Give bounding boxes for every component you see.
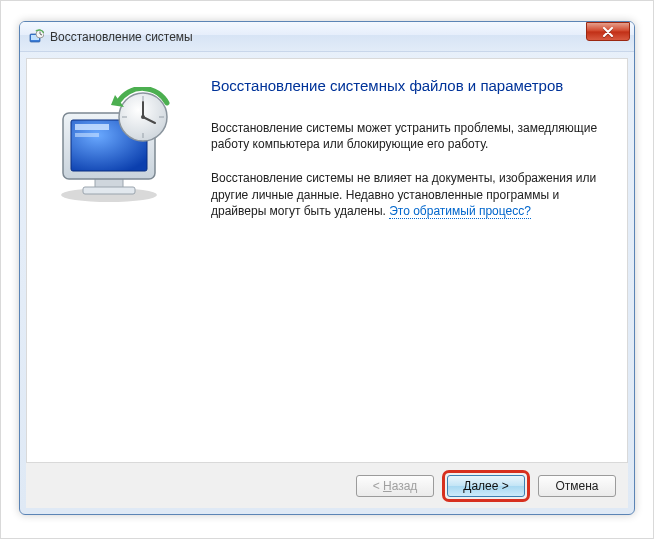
- wizard-body: Восстановление системных файлов и параме…: [26, 58, 628, 462]
- intro-paragraph-2: Восстановление системы не влияет на доку…: [211, 170, 605, 219]
- svg-rect-6: [83, 187, 135, 194]
- system-restore-window: Восстановление системы: [19, 21, 635, 515]
- system-restore-icon: [28, 29, 44, 45]
- cancel-button[interactable]: Отмена: [538, 475, 616, 497]
- svg-rect-9: [75, 124, 109, 130]
- close-icon: [602, 27, 614, 37]
- next-button-highlight: Далее >: [442, 470, 530, 502]
- page-heading: Восстановление системных файлов и параме…: [211, 77, 605, 94]
- intro-paragraph-1: Восстановление системы может устранить п…: [211, 120, 605, 152]
- next-button[interactable]: Далее >: [447, 475, 525, 497]
- close-button[interactable]: [586, 22, 630, 41]
- wizard-image-column: [45, 77, 205, 452]
- reversible-process-link[interactable]: Это обратимый процесс?: [389, 204, 531, 219]
- system-restore-illustration: [45, 87, 185, 207]
- titlebar[interactable]: Восстановление системы: [20, 22, 634, 52]
- svg-rect-10: [75, 133, 99, 137]
- wizard-footer: < Назад Далее > Отмена: [26, 462, 628, 508]
- svg-point-18: [141, 115, 145, 119]
- wizard-content: Восстановление системных файлов и параме…: [205, 77, 605, 452]
- back-button: < Назад: [356, 475, 434, 497]
- window-title: Восстановление системы: [50, 30, 628, 44]
